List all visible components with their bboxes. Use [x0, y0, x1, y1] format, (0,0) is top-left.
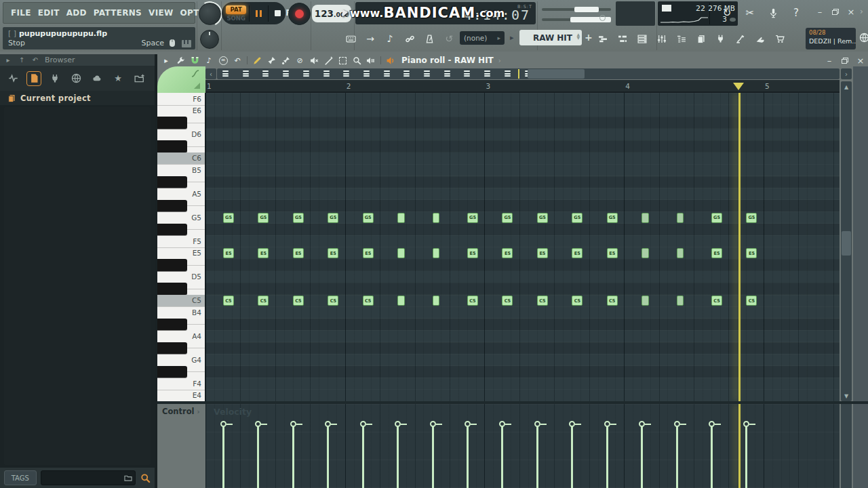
midi-note-e5[interactable]: E5 — [711, 248, 722, 258]
channel-rack-icon[interactable] — [636, 33, 648, 45]
midi-note-g5[interactable]: G5 — [746, 213, 757, 223]
plugin-icon[interactable] — [715, 33, 726, 45]
midi-note-c5[interactable]: C5 — [607, 296, 618, 306]
piano-key-black[interactable] — [157, 259, 187, 271]
midi-note-c5[interactable]: C5 — [258, 296, 269, 306]
midi-note-g5[interactable] — [642, 213, 649, 223]
zoom-icon[interactable] — [352, 56, 361, 65]
project-picker-icon[interactable] — [695, 33, 707, 45]
menu-item-patterns[interactable]: PATTERNS — [90, 8, 145, 18]
midi-note-e5[interactable] — [397, 248, 405, 258]
shuffle-knob[interactable] — [599, 15, 606, 21]
tags-button[interactable]: TAGS — [4, 470, 37, 485]
stop-button[interactable] — [270, 5, 285, 22]
midi-note-c5[interactable]: C5 — [537, 296, 548, 306]
main-volume-knob[interactable] — [199, 3, 221, 25]
piano-key-black[interactable] — [157, 319, 187, 331]
microphone-icon[interactable] — [766, 6, 780, 20]
piano-key-black[interactable] — [157, 283, 187, 295]
velocity-stem[interactable] — [327, 426, 329, 488]
title-options-arrow[interactable]: › — [498, 57, 501, 64]
velocity-stem[interactable] — [292, 426, 294, 488]
preview-speaker-icon[interactable] — [386, 56, 395, 65]
piano-key-black[interactable] — [157, 176, 187, 188]
vertical-scroll-thumb[interactable] — [842, 231, 851, 256]
account-panel[interactable]: 08/28 DEDZII | Rem.. — [806, 28, 856, 49]
velocity-stem[interactable] — [362, 426, 364, 488]
plugins-icon[interactable] — [47, 71, 62, 86]
velocity-stem[interactable] — [711, 426, 713, 488]
midi-note-g5[interactable]: G5 — [607, 213, 618, 223]
timeline-ruler[interactable]: 12345 — [205, 80, 840, 93]
velocity-lane[interactable]: Velocity — [205, 404, 840, 488]
pattern-selector[interactable]: (none) ▸ — [460, 31, 505, 45]
collapse-triangle-icon[interactable]: ▸ — [4, 56, 12, 64]
undo-icon[interactable]: ↶ — [233, 56, 242, 65]
scissors-icon[interactable]: ✂ — [743, 6, 757, 20]
midi-note-e5[interactable]: E5 — [223, 248, 234, 258]
midi-note-g5[interactable]: G5 — [328, 213, 338, 223]
restore-icon[interactable] — [840, 56, 850, 65]
horizontal-scrollbar[interactable] — [217, 68, 840, 79]
pattern-corner-badge[interactable] — [157, 66, 205, 93]
select-icon[interactable] — [338, 56, 347, 65]
online-status-icon[interactable] — [859, 32, 868, 43]
master-pitch-slider[interactable] — [542, 8, 611, 11]
velocity-stem[interactable] — [676, 426, 678, 488]
menu-triangle-icon[interactable]: ▸ — [161, 56, 171, 65]
midi-note-e5[interactable] — [433, 248, 440, 258]
menu-item-add[interactable]: ADD — [63, 8, 90, 18]
tag-search-input[interactable] — [41, 471, 136, 485]
midi-note-g5[interactable]: G5 — [258, 213, 269, 223]
minimize-icon[interactable]: – — [815, 7, 825, 16]
link-icon[interactable] — [403, 33, 416, 45]
piano-key-black[interactable] — [157, 140, 187, 152]
piano-key-black[interactable] — [157, 366, 187, 378]
playback-icon[interactable] — [366, 56, 376, 65]
mixer-icon[interactable] — [656, 33, 667, 45]
midi-note-g5[interactable]: G5 — [467, 213, 478, 223]
strum-brush-icon[interactable] — [281, 56, 290, 65]
note-grid[interactable]: G5G5G5G5G5G5G5G5G5G5G5G5E5E5E5E5E5E5E5E5… — [205, 93, 840, 401]
midi-note-g5[interactable]: G5 — [537, 213, 548, 223]
browser-icon[interactable] — [675, 33, 687, 45]
swing-note-icon[interactable]: ♪ — [384, 33, 396, 45]
midi-note-e5[interactable]: E5 — [607, 248, 618, 258]
midi-note-e5[interactable]: E5 — [363, 248, 374, 258]
midi-note-e5[interactable]: E5 — [572, 248, 583, 258]
midi-note-g5[interactable] — [397, 213, 405, 223]
midi-note-c5[interactable]: C5 — [502, 296, 513, 306]
midi-note-c5[interactable]: C5 — [711, 296, 722, 306]
midi-note-e5[interactable]: E5 — [746, 248, 757, 258]
velocity-stem[interactable] — [641, 426, 643, 488]
search-icon[interactable] — [140, 472, 151, 483]
playhead-line[interactable] — [738, 93, 741, 401]
menu-item-edit[interactable]: EDIT — [35, 8, 63, 18]
midi-note-e5[interactable]: E5 — [467, 248, 478, 258]
piano-roll-icon[interactable] — [616, 33, 628, 45]
shop-icon[interactable] — [774, 33, 785, 45]
vertical-scrollbar[interactable]: ▲ ▼ — [841, 81, 852, 401]
midi-note-g5[interactable]: G5 — [572, 213, 583, 223]
sync-icon[interactable]: ↻ — [720, 6, 734, 20]
midi-note-c5[interactable] — [397, 296, 405, 306]
midi-note-e5[interactable] — [677, 248, 684, 258]
scroll-left-button[interactable]: ‹ — [205, 68, 216, 79]
draw-pencil-icon[interactable] — [252, 56, 262, 65]
velocity-stem[interactable] — [432, 426, 434, 488]
midi-note-c5[interactable]: C5 — [746, 296, 757, 306]
main-pitch-knob[interactable] — [200, 30, 219, 49]
midi-note-e5[interactable] — [642, 248, 649, 258]
play-pause-button[interactable] — [251, 5, 267, 22]
midi-note-c5[interactable]: C5 — [293, 296, 304, 306]
velocity-stem[interactable] — [397, 426, 399, 488]
web-icon[interactable] — [68, 71, 83, 86]
velocity-stem[interactable] — [467, 426, 469, 488]
midi-note-e5[interactable]: E5 — [293, 248, 304, 258]
toolbar-overflow-arrow[interactable]: › — [860, 7, 863, 16]
stamp-note-icon[interactable]: ♪ — [204, 56, 214, 65]
delete-icon[interactable]: ⊘ — [295, 56, 304, 65]
remote-control-icon[interactable] — [734, 33, 746, 45]
midi-note-e5[interactable]: E5 — [258, 248, 269, 258]
close-icon[interactable]: × — [846, 7, 856, 16]
